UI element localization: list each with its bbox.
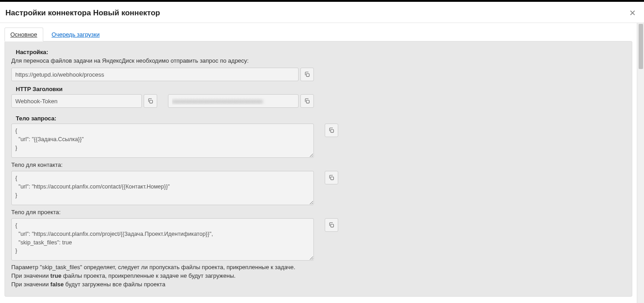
- copy-body-project-button[interactable]: [325, 218, 338, 232]
- tab-main[interactable]: Основное: [5, 28, 43, 41]
- copy-header-name-button[interactable]: [144, 94, 157, 108]
- header-name-row: [11, 94, 157, 108]
- copy-body-contact-button[interactable]: [325, 171, 338, 184]
- dialog-header: Настройки коннектора Новый коннектор ✕: [0, 2, 644, 23]
- copy-icon: [328, 174, 335, 181]
- note-line-3: При значении false будут загружены все ф…: [11, 280, 626, 289]
- body-task-textarea[interactable]: [11, 124, 314, 158]
- main-content: Основное Очередь загрузки Настройка: Для…: [0, 23, 637, 303]
- headers-row: [11, 94, 626, 112]
- header-name-input[interactable]: [11, 94, 142, 108]
- settings-label: Настройка:: [11, 49, 626, 55]
- svg-rect-5: [331, 224, 333, 227]
- body-project-row: [11, 218, 626, 261]
- copy-icon: [328, 222, 335, 228]
- copy-icon: [147, 98, 154, 104]
- scrollbar-thumb[interactable]: [639, 24, 643, 69]
- headers-label: HTTP Заголовки: [11, 86, 626, 92]
- settings-panel: Настройка: Для переноса файлов задачи на…: [5, 41, 632, 297]
- svg-rect-0: [306, 73, 309, 76]
- svg-rect-2: [306, 100, 309, 103]
- project-label: Тело для проекта:: [11, 209, 626, 216]
- tab-queue[interactable]: Очередь загрузки: [46, 28, 106, 41]
- close-icon[interactable]: ✕: [629, 8, 636, 18]
- body-contact-row: [11, 171, 626, 205]
- note-line-1: Параметр "skip_task_files" определяет, с…: [11, 263, 626, 272]
- copy-icon: [304, 71, 310, 78]
- skip-files-note: Параметр "skip_task_files" определяет, с…: [11, 263, 626, 289]
- copy-header-value-button[interactable]: [300, 94, 314, 108]
- copy-icon: [304, 98, 310, 104]
- tab-bar: Основное Очередь загрузки: [0, 23, 637, 41]
- dialog-title: Настройки коннектора Новый коннектор: [5, 9, 160, 18]
- svg-rect-1: [150, 100, 152, 103]
- copy-icon: [328, 127, 335, 133]
- body-project-textarea[interactable]: [11, 218, 314, 261]
- scrollbar[interactable]: [637, 23, 644, 303]
- svg-rect-4: [331, 177, 333, 179]
- header-value-input[interactable]: [168, 94, 299, 108]
- header-value-row: [168, 94, 314, 108]
- body-label: Тело запроса:: [11, 115, 626, 122]
- webhook-url-row: [11, 68, 314, 81]
- copy-url-button[interactable]: [300, 68, 314, 81]
- body-task-row: [11, 124, 626, 158]
- note-line-2: При значении true файлы проекта, проикре…: [11, 272, 626, 280]
- copy-body-task-button[interactable]: [325, 124, 338, 137]
- settings-description: Для переноса файлов задачи на ЯндексДиск…: [11, 57, 626, 64]
- webhook-url-input[interactable]: [11, 68, 299, 81]
- svg-rect-3: [331, 129, 333, 132]
- body-contact-textarea[interactable]: [11, 171, 314, 205]
- contact-label: Тело для контакта:: [11, 161, 626, 168]
